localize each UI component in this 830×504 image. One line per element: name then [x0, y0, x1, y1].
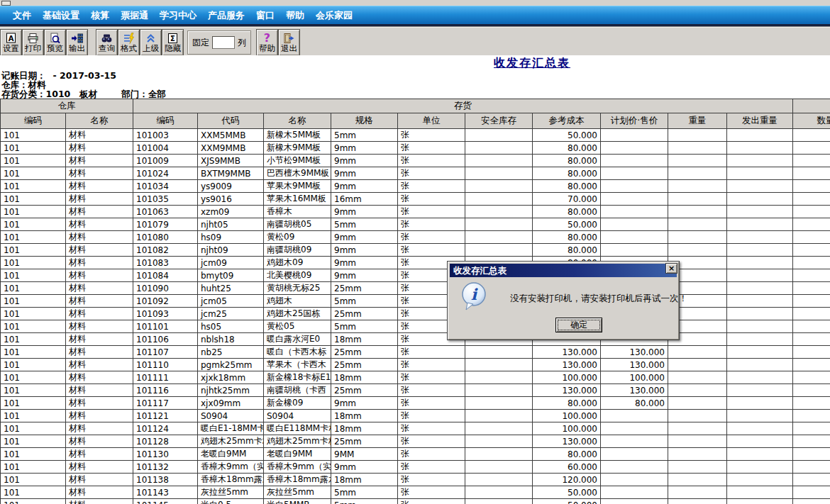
cell-r18-c7[interactable] — [465, 359, 533, 371]
cell-r1-c7[interactable] — [465, 142, 533, 155]
cell-r21-c5[interactable]: 9mm — [331, 397, 398, 410]
cell-r19-c11[interactable] — [727, 371, 793, 384]
cell-r9-c2[interactable]: 101082 — [133, 244, 198, 257]
cell-r17-c11[interactable] — [727, 346, 793, 359]
cell-r2-c5[interactable]: 9mm — [331, 155, 398, 167]
cell-r11-c3[interactable]: bmyt09 — [198, 269, 264, 282]
cell-r25-c11[interactable] — [727, 448, 793, 461]
cell-r4-c9[interactable] — [601, 180, 668, 193]
cell-r23-c9[interactable] — [601, 422, 668, 435]
cell-r3-c9[interactable] — [601, 167, 668, 180]
cell-r9-c7[interactable] — [465, 244, 533, 257]
cell-r24-c11[interactable] — [727, 435, 793, 448]
cell-r17-c4[interactable]: 暖白（卡西木标 — [264, 346, 331, 359]
cell-r17-c6[interactable]: 张 — [398, 346, 465, 359]
cell-r22-c6[interactable]: 张 — [398, 410, 465, 422]
cell-r6-c4[interactable]: 香樟木 — [264, 206, 331, 218]
cell-r8-c6[interactable]: 张 — [398, 231, 465, 244]
cell-r26-c7[interactable] — [465, 461, 533, 474]
cell-r8-c8[interactable]: 80.000 — [533, 231, 601, 244]
close-icon[interactable]: × — [665, 263, 677, 274]
menu-item-3[interactable]: 票据通 — [115, 7, 154, 24]
cell-r15-c11[interactable] — [727, 320, 793, 333]
cell-r25-c10[interactable] — [668, 448, 727, 461]
cell-r9-c5[interactable]: 9mm — [331, 244, 398, 257]
cell-r2-c7[interactable] — [465, 155, 533, 167]
cell-r9-c12[interactable] — [793, 244, 830, 257]
cell-r18-c10[interactable] — [668, 359, 727, 371]
cell-r21-c10[interactable] — [668, 397, 727, 410]
cell-r5-c2[interactable]: 101035 — [133, 193, 198, 206]
cell-r28-c10[interactable] — [668, 486, 727, 499]
cell-r1-c5[interactable]: 9mm — [331, 142, 398, 155]
cell-r4-c7[interactable] — [465, 180, 533, 193]
cell-r7-c10[interactable] — [668, 218, 727, 231]
cell-r0-c1[interactable]: 材料 — [66, 129, 133, 142]
cell-r27-c11[interactable] — [727, 474, 793, 486]
cell-r20-c2[interactable]: 101116 — [133, 384, 198, 397]
cell-r12-c2[interactable]: 101090 — [133, 282, 198, 295]
cell-r2-c1[interactable]: 材料 — [66, 155, 133, 167]
cell-r25-c2[interactable]: 101130 — [133, 448, 198, 461]
cell-r14-c5[interactable]: 25mm — [331, 308, 398, 320]
cell-r12-c11[interactable] — [727, 282, 793, 295]
cell-r19-c0[interactable]: 101 — [1, 371, 66, 384]
cell-r25-c9[interactable] — [601, 448, 668, 461]
cell-r27-c6[interactable]: 张 — [398, 474, 465, 486]
fixed-columns-input[interactable] — [212, 36, 235, 49]
cell-r20-c11[interactable] — [727, 384, 793, 397]
cell-r19-c9[interactable]: 100.000 — [601, 371, 668, 384]
cell-r24-c1[interactable]: 材料 — [66, 435, 133, 448]
cell-r17-c10[interactable] — [668, 346, 727, 359]
cell-r28-c9[interactable] — [601, 486, 668, 499]
menu-item-4[interactable]: 学习中心 — [154, 7, 202, 24]
cell-r18-c5[interactable]: 25mm — [331, 359, 398, 371]
cell-r13-c3[interactable]: jcm05 — [198, 295, 264, 308]
cell-r26-c12[interactable] — [793, 461, 830, 474]
cell-r2-c9[interactable] — [601, 155, 668, 167]
cell-r21-c3[interactable]: xjx09mm — [198, 397, 264, 410]
cell-r18-c0[interactable]: 101 — [1, 359, 66, 371]
cell-r5-c4[interactable]: 苹果木16MM板 — [264, 193, 331, 206]
cell-r17-c1[interactable]: 材料 — [66, 346, 133, 359]
cell-r25-c7[interactable] — [465, 448, 533, 461]
cell-r3-c4[interactable]: 巴西檀木9MM板 — [264, 167, 331, 180]
exit-button[interactable]: 退出 — [278, 29, 300, 56]
cell-r26-c9[interactable] — [601, 461, 668, 474]
cell-r23-c7[interactable] — [465, 422, 533, 435]
cell-r19-c4[interactable]: 新金橡18卡标E1 — [264, 371, 331, 384]
cell-r15-c2[interactable]: 101101 — [133, 320, 198, 333]
cell-r0-c4[interactable]: 新橡木5MM板 — [264, 129, 331, 142]
cell-r14-c1[interactable]: 材料 — [66, 308, 133, 320]
cell-r4-c6[interactable]: 张 — [398, 180, 465, 193]
cell-r4-c4[interactable]: 苹果木9MM板 — [264, 180, 331, 193]
menu-item-6[interactable]: 窗口 — [250, 7, 280, 24]
cell-r11-c4[interactable]: 北美樱桃09 — [264, 269, 331, 282]
cell-r16-c5[interactable]: 18mm — [331, 333, 398, 346]
cell-r17-c12[interactable] — [793, 346, 830, 359]
cell-r2-c2[interactable]: 101009 — [133, 155, 198, 167]
cell-r17-c2[interactable]: 101107 — [133, 346, 198, 359]
cell-r0-c3[interactable]: XXM5MMB — [198, 129, 264, 142]
cell-r9-c8[interactable]: 80.000 — [533, 244, 601, 257]
cell-r18-c2[interactable]: 101110 — [133, 359, 198, 371]
cell-r25-c3[interactable]: 老暖白9MM — [198, 448, 264, 461]
cell-r17-c9[interactable]: 130.000 — [601, 346, 668, 359]
cell-r22-c8[interactable]: 100.000 — [533, 410, 601, 422]
cell-r4-c12[interactable] — [793, 180, 830, 193]
cell-r2-c10[interactable] — [668, 155, 727, 167]
cell-r15-c3[interactable]: hs05 — [198, 320, 264, 333]
cell-r1-c6[interactable]: 张 — [398, 142, 465, 155]
cell-r6-c5[interactable]: 9mm — [331, 206, 398, 218]
cell-r5-c9[interactable] — [601, 193, 668, 206]
cell-r24-c7[interactable] — [465, 435, 533, 448]
cell-r3-c5[interactable]: 9mm — [331, 167, 398, 180]
cell-r7-c3[interactable]: njht05 — [198, 218, 264, 231]
cell-r26-c0[interactable]: 101 — [1, 461, 66, 474]
cell-r4-c1[interactable]: 材料 — [66, 180, 133, 193]
cell-r2-c0[interactable]: 101 — [1, 155, 66, 167]
cell-r14-c11[interactable] — [727, 308, 793, 320]
cell-r8-c3[interactable]: hs09 — [198, 231, 264, 244]
cell-r7-c11[interactable] — [727, 218, 793, 231]
cell-r24-c0[interactable]: 101 — [1, 435, 66, 448]
